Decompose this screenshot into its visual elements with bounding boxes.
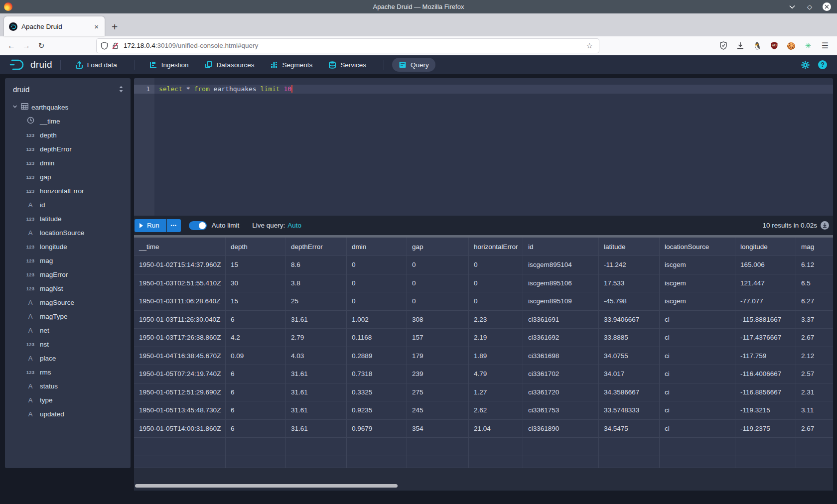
results-cell-r6-latitude[interactable]: 34.0755 xyxy=(599,347,660,366)
results-cell-r3-horizontalError[interactable]: 0 xyxy=(469,292,523,311)
results-cell-r8-id[interactable]: ci3361720 xyxy=(523,383,599,402)
results-cell-r7-gap[interactable]: 239 xyxy=(407,365,469,383)
results-cell-r9-dmin[interactable]: 0.9235 xyxy=(347,401,407,420)
results-cell-r5-__time[interactable]: 1950-01-03T17:26:38.860Z xyxy=(134,329,226,347)
schema-selector[interactable]: druid xyxy=(5,78,131,100)
results-header-depthError[interactable]: depthError xyxy=(286,238,347,256)
results-cell-r6-id[interactable]: ci3361698 xyxy=(523,347,599,366)
results-cell-r8-depthError[interactable]: 31.61 xyxy=(286,383,347,402)
results-cell-r1-dmin[interactable]: 0 xyxy=(347,256,407,274)
run-more-options-button[interactable]: ••• xyxy=(167,219,181,232)
results-cell-r1-id[interactable]: iscgem895104 xyxy=(523,256,599,274)
results-cell-r9-id[interactable]: ci3361753 xyxy=(523,401,599,420)
results-cell-r6-longitude[interactable]: -117.759 xyxy=(735,347,796,366)
results-cell-r4-locationSource[interactable]: ci xyxy=(660,311,735,329)
results-cell-r5-depth[interactable]: 4.2 xyxy=(226,329,286,347)
run-button[interactable]: Run xyxy=(135,219,166,232)
results-cell-r10-locationSource[interactable]: ci xyxy=(660,420,735,438)
results-cell-r4-depthError[interactable]: 31.61 xyxy=(286,311,347,329)
shield-check-icon[interactable] xyxy=(718,41,728,51)
results-cell-r2-dmin[interactable]: 0 xyxy=(347,274,407,293)
results-cell-r3-latitude[interactable]: -45.798 xyxy=(599,292,660,311)
nav-item-query[interactable]: Query xyxy=(392,58,435,72)
results-cell-r3-id[interactable]: iscgem895109 xyxy=(523,292,599,311)
reload-icon[interactable]: ↻ xyxy=(34,41,49,50)
results-cell-r6-mag[interactable]: 2.12 xyxy=(796,347,833,366)
results-cell-r4-id[interactable]: ci3361691 xyxy=(523,311,599,329)
results-cell-r1-mag[interactable]: 6.12 xyxy=(796,256,833,274)
results-cell-r4-latitude[interactable]: 33.9406667 xyxy=(599,311,660,329)
results-cell-r5-gap[interactable]: 157 xyxy=(407,329,469,347)
results-cell-r2-horizontalError[interactable]: 0 xyxy=(469,274,523,293)
tree-column-net[interactable]: Anet xyxy=(5,323,131,337)
results-cell-r7-locationSource[interactable]: ci xyxy=(660,365,735,383)
results-cell-r4-horizontalError[interactable]: 2.23 xyxy=(469,311,523,329)
results-header-depth[interactable]: depth xyxy=(226,238,286,256)
results-cell-r3-mag[interactable]: 6.27 xyxy=(796,292,833,311)
new-tab-button[interactable]: + xyxy=(112,21,118,32)
tree-column-mag[interactable]: 123mag xyxy=(5,253,131,267)
results-cell-r8-gap[interactable]: 275 xyxy=(407,383,469,402)
results-cell-r5-longitude[interactable]: -117.4376667 xyxy=(735,329,796,347)
results-cell-r7-horizontalError[interactable]: 4.79 xyxy=(469,365,523,383)
ublock-origin-icon[interactable]: uO xyxy=(769,41,779,51)
chevron-down-icon[interactable] xyxy=(12,104,18,111)
results-cell-r9-locationSource[interactable]: ci xyxy=(660,401,735,420)
results-header-__time[interactable]: __time xyxy=(134,238,226,256)
window-maximize-icon[interactable]: ◇ xyxy=(805,2,814,11)
tree-column-latitude[interactable]: 123latitude xyxy=(5,212,131,226)
url-bar[interactable]: 172.18.0.4:30109/unified-console.html#qu… xyxy=(97,39,599,53)
results-cell-r7-dmin[interactable]: 0.7318 xyxy=(347,365,407,383)
tree-column-gap[interactable]: 123gap xyxy=(5,170,131,184)
results-cell-r4-__time[interactable]: 1950-01-03T11:26:30.040Z xyxy=(134,311,226,329)
results-cell-r3-depthError[interactable]: 25 xyxy=(286,292,347,311)
results-cell-r6-__time[interactable]: 1950-01-04T16:38:45.670Z xyxy=(134,347,226,366)
menu-hamburger-icon[interactable]: ☰ xyxy=(820,41,830,51)
tree-table-earthquakes[interactable]: earthquakes xyxy=(5,100,131,114)
results-cell-r10-id[interactable]: ci3361890 xyxy=(523,420,599,438)
tree-column-depthError[interactable]: 123depthError xyxy=(5,142,131,156)
results-cell-r2-locationSource[interactable]: iscgem xyxy=(660,274,735,293)
results-cell-r4-mag[interactable]: 3.37 xyxy=(796,311,833,329)
results-cell-r5-locationSource[interactable]: ci xyxy=(660,329,735,347)
tree-column-magType[interactable]: AmagType xyxy=(5,309,131,323)
results-cell-r5-mag[interactable]: 2.67 xyxy=(796,329,833,347)
insecure-lock-icon[interactable] xyxy=(112,42,119,50)
results-cell-r5-horizontalError[interactable]: 2.19 xyxy=(469,329,523,347)
results-header-dmin[interactable]: dmin xyxy=(347,238,407,256)
tree-column-rms[interactable]: 123rms xyxy=(5,365,131,379)
results-cell-r1-horizontalError[interactable]: 0 xyxy=(469,256,523,274)
results-cell-r9-gap[interactable]: 245 xyxy=(407,401,469,420)
results-cell-r10-horizontalError[interactable]: 21.04 xyxy=(469,420,523,438)
tree-column-__time[interactable]: __time xyxy=(5,114,131,128)
results-cell-r3-longitude[interactable]: -77.077 xyxy=(735,292,796,311)
results-cell-r7-latitude[interactable]: 34.017 xyxy=(599,365,660,383)
results-cell-r8-mag[interactable]: 2.31 xyxy=(796,383,833,402)
tree-column-depth[interactable]: 123depth xyxy=(5,128,131,142)
results-cell-r5-id[interactable]: ci3361692 xyxy=(523,329,599,347)
results-cell-r1-latitude[interactable]: -11.242 xyxy=(599,256,660,274)
results-cell-r5-latitude[interactable]: 33.8885 xyxy=(599,329,660,347)
results-cell-r7-mag[interactable]: 2.57 xyxy=(796,365,833,383)
nav-item-services[interactable]: Services xyxy=(322,58,373,72)
extension-cookie-icon[interactable]: 🍪 xyxy=(786,41,796,51)
results-cell-r2-depthError[interactable]: 3.8 xyxy=(286,274,347,293)
results-cell-r5-depthError[interactable]: 2.79 xyxy=(286,329,347,347)
tree-column-updated[interactable]: Aupdated xyxy=(5,407,131,421)
tree-column-magSource[interactable]: AmagSource xyxy=(5,295,131,309)
results-cell-r10-longitude[interactable]: -119.2375 xyxy=(735,420,796,438)
tree-column-magNst[interactable]: 123magNst xyxy=(5,281,131,295)
results-cell-r1-depthError[interactable]: 8.6 xyxy=(286,256,347,274)
nav-item-segments[interactable]: Segments xyxy=(264,58,319,72)
tree-column-id[interactable]: Aid xyxy=(5,198,131,212)
results-cell-r2-longitude[interactable]: 121.447 xyxy=(735,274,796,293)
browser-tab[interactable]: Apache Druid × xyxy=(4,16,105,36)
tree-column-nst[interactable]: 123nst xyxy=(5,337,131,351)
results-cell-r10-depthError[interactable]: 31.61 xyxy=(286,420,347,438)
results-header-longitude[interactable]: longitude xyxy=(735,238,796,256)
results-cell-r3-dmin[interactable]: 0 xyxy=(347,292,407,311)
extension-penguin-icon[interactable]: 🐧 xyxy=(752,41,762,51)
bookmark-star-icon[interactable]: ☆ xyxy=(584,41,595,50)
results-cell-r10-gap[interactable]: 354 xyxy=(407,420,469,438)
results-cell-r8-longitude[interactable]: -116.8856667 xyxy=(735,383,796,402)
